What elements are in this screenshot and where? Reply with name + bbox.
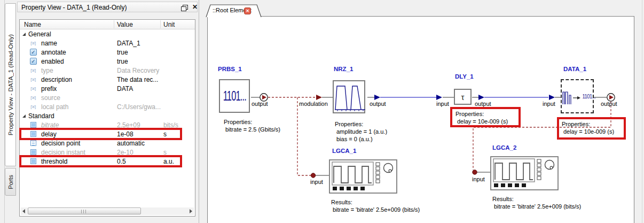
app-window: Property View - DATA_1 (Read-Only) Ports… bbox=[0, 0, 644, 223]
numeric-property-icon bbox=[30, 131, 36, 137]
table-row-decision-point[interactable]: decision point automatic bbox=[20, 139, 195, 148]
column-header-value[interactable]: Value bbox=[117, 21, 133, 28]
numeric-property-icon bbox=[30, 122, 36, 128]
close-panel-icon[interactable] bbox=[191, 3, 199, 11]
port-label-lgca1-input: input bbox=[310, 179, 323, 185]
table-row-delay[interactable]: delay 1e-08 s bbox=[20, 129, 195, 139]
checkbox-checked-icon bbox=[30, 58, 37, 65]
string-icon bbox=[29, 94, 37, 101]
group-row-general[interactable]: General bbox=[20, 29, 195, 39]
port-label-nrz-output: output bbox=[370, 101, 386, 107]
property-table-body: General name DATA_1 annotate true enab bbox=[20, 29, 195, 166]
lgca1-scope-icon bbox=[329, 160, 397, 193]
table-row-description[interactable]: description The data rec... bbox=[20, 75, 195, 84]
property-table: Name Value Unit General name DATA_1 bbox=[19, 19, 195, 217]
property-view-titlebar: Property View - DATA_1 (Read-Only) bbox=[17, 2, 198, 12]
scroll-left-icon[interactable] bbox=[22, 209, 25, 213]
string-icon bbox=[29, 67, 37, 74]
string-icon bbox=[29, 85, 37, 92]
side-tab-property-view[interactable]: Property View - DATA_1 (Read-Only) bbox=[5, 3, 16, 166]
scroll-right-icon[interactable] bbox=[190, 209, 192, 213]
dly-annotation: Properties: delay = 10e-009 (s) bbox=[455, 110, 508, 125]
column-header-unit[interactable]: Unit bbox=[163, 21, 175, 28]
port-label-prbs-output: output bbox=[252, 101, 268, 107]
lgca2-input-dot bbox=[473, 170, 477, 174]
horizontal-scrollbar[interactable] bbox=[21, 207, 194, 215]
dly-block-label[interactable]: DLY_1 bbox=[455, 73, 474, 80]
table-row-prefix[interactable]: prefix DATA bbox=[20, 84, 195, 93]
property-table-header: Name Value Unit bbox=[20, 20, 195, 29]
property-view-panel: Property View - DATA_1 (Read-Only) Name … bbox=[16, 0, 199, 223]
data-block-icon-text: 1101... bbox=[582, 93, 595, 99]
table-row-source[interactable]: source bbox=[20, 93, 195, 102]
nrz-annotation: Properties: amplitude = 1 (a.u.) bias = … bbox=[335, 120, 387, 143]
string-icon bbox=[29, 103, 37, 110]
port-label-lgca2-input: input bbox=[472, 176, 485, 182]
port-label-data-output: output bbox=[601, 101, 617, 107]
table-row-bitrate[interactable]: bitrate 2.5e+09 bits/s bbox=[20, 120, 195, 129]
window-edge bbox=[642, 0, 642, 223]
side-tab-ports-label: Ports bbox=[7, 175, 14, 189]
lgca1-input-dot bbox=[311, 173, 315, 178]
string-icon bbox=[29, 76, 37, 83]
port-label-data-input: input bbox=[543, 101, 555, 107]
numeric-property-icon bbox=[30, 158, 36, 164]
lgca1-block-label[interactable]: LGCA_1 bbox=[332, 148, 356, 154]
column-divider bbox=[160, 20, 161, 28]
lgca2-block-label[interactable]: LGCA_2 bbox=[492, 144, 516, 151]
float-panel-icon[interactable] bbox=[181, 5, 187, 11]
group-row-standard[interactable]: Standard bbox=[20, 111, 195, 120]
scrollbar-thumb[interactable] bbox=[28, 207, 141, 214]
table-row-local-path[interactable]: local path C:/Users/gwa... bbox=[20, 102, 195, 111]
lgca2-scope-icon bbox=[491, 157, 558, 190]
data-block-label[interactable]: DATA_1 bbox=[563, 66, 586, 72]
port-label-modulation: modulation bbox=[299, 101, 328, 107]
port-label-dly-output: output bbox=[475, 101, 491, 107]
prbs-annotation: Properties: bitrate = 2.5 (Gbits/s) bbox=[224, 118, 280, 133]
numeric-property-icon bbox=[30, 149, 36, 155]
property-view-title: Property View - DATA_1 (Read-Only) bbox=[21, 4, 127, 11]
list-property-icon bbox=[30, 140, 36, 146]
column-divider bbox=[114, 20, 114, 28]
schematic-canvas[interactable]: 1101... τ bbox=[207, 16, 634, 223]
table-row-decision-instant[interactable]: decision instant 2e-10 s bbox=[20, 148, 195, 157]
table-row-threshold[interactable]: threshold 0.5 a.u. bbox=[20, 157, 195, 166]
nrz-block-label[interactable]: NRZ_1 bbox=[334, 66, 353, 72]
column-header-name[interactable]: Name bbox=[24, 21, 41, 28]
side-tab-ports[interactable]: Ports bbox=[5, 168, 16, 196]
port-label-dly-input: input bbox=[436, 101, 449, 107]
data-waveform-icon bbox=[563, 92, 577, 104]
side-tab-property-view-label: Property View - DATA_1 (Read-Only) bbox=[7, 34, 14, 135]
nrz-waveform-icon bbox=[335, 86, 365, 111]
prbs-block-label[interactable]: PRBS_1 bbox=[218, 66, 242, 72]
table-row-type[interactable]: type Data Recovery bbox=[20, 66, 195, 75]
table-row-enabled[interactable]: enabled true bbox=[20, 57, 195, 66]
string-icon bbox=[29, 40, 37, 47]
checkbox-checked-icon bbox=[30, 49, 37, 56]
expander-triangle-icon[interactable] bbox=[22, 114, 26, 118]
table-row-name[interactable]: name DATA_1 bbox=[20, 39, 195, 48]
lgca2-results: Results: bitrate = 'bitrate' 2.5e+009 (b… bbox=[492, 195, 581, 210]
table-row-annotate[interactable]: annotate true bbox=[20, 48, 195, 57]
expander-triangle-icon[interactable] bbox=[22, 33, 26, 36]
tab-close-icon[interactable] bbox=[244, 7, 251, 14]
data-annotation: Properties: delay = 10e-009 (s) bbox=[562, 120, 614, 135]
lgca1-results: Results: bitrate = 'bitrate' 2.5e+009 (b… bbox=[331, 198, 420, 213]
